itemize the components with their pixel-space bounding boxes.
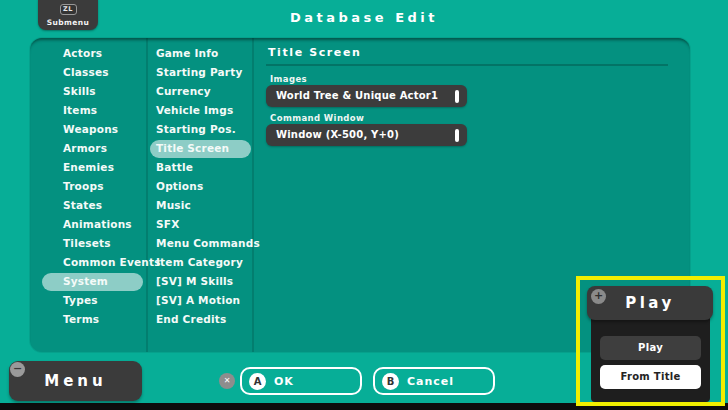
bottom-letterbox — [0, 403, 728, 410]
section-item-menu-commands[interactable]: Menu Commands — [148, 234, 252, 253]
section-item-label: Title Screen — [148, 139, 252, 158]
section-item-label: Game Info — [148, 44, 252, 63]
category-item-label: Weapons — [30, 120, 146, 139]
section-item-label: Starting Pos. — [148, 120, 252, 139]
category-item-system[interactable]: System — [30, 272, 146, 291]
category-item-label: System — [30, 272, 146, 291]
category-item-types[interactable]: Types — [30, 291, 146, 310]
detail-divider — [266, 64, 668, 66]
section-item-starting-pos[interactable]: Starting Pos. — [148, 120, 252, 139]
popup-item-play[interactable]: Play — [600, 336, 701, 360]
category-item-label: Classes — [30, 63, 146, 82]
menu-button[interactable]: Menu — [9, 361, 142, 401]
command-window-field[interactable]: Window (X-500, Y+0) — [266, 124, 467, 146]
ok-button-label: OK — [274, 375, 294, 388]
category-item-label: Animations — [30, 215, 146, 234]
category-item-label: Actors — [30, 44, 146, 63]
category-item-label: Troops — [30, 177, 146, 196]
scrollbar-thumb-icon — [455, 129, 459, 142]
category-item-label: Types — [30, 291, 146, 310]
category-item-troops[interactable]: Troops — [30, 177, 146, 196]
category-item-common-events[interactable]: Common Events — [30, 253, 146, 272]
submenu-button[interactable]: ZL Submenu — [38, 0, 98, 30]
category-item-actors[interactable]: Actors — [30, 44, 146, 63]
section-item-vehicle-imgs[interactable]: Vehicle Imgs — [148, 101, 252, 120]
category-item-label: Skills — [30, 82, 146, 101]
images-field[interactable]: World Tree & Unique Actor1 — [266, 85, 467, 107]
popup-item-from-title[interactable]: From Title — [600, 365, 701, 389]
detail-title: Title Screen — [268, 46, 361, 59]
category-item-label: Items — [30, 101, 146, 120]
category-item-terms[interactable]: Terms — [30, 310, 146, 329]
zl-shoulder-icon: ZL — [60, 4, 77, 15]
cancel-button-label: Cancel — [407, 375, 454, 388]
section-item-starting-party[interactable]: Starting Party — [148, 63, 252, 82]
category-item-skills[interactable]: Skills — [30, 82, 146, 101]
section-item-label: Currency — [148, 82, 252, 101]
section-item-sv-a-motion[interactable]: [SV] A Motion — [148, 291, 252, 310]
category-item-label: States — [30, 196, 146, 215]
section-item-battle[interactable]: Battle — [148, 158, 252, 177]
section-item-label: Vehicle Imgs — [148, 101, 252, 120]
category-item-enemies[interactable]: Enemies — [30, 158, 146, 177]
section-item-end-credits[interactable]: End Credits — [148, 310, 252, 329]
category-item-label: Terms — [30, 310, 146, 329]
submenu-label: Submenu — [38, 18, 98, 27]
section-item-label: SFX — [148, 215, 252, 234]
category-item-states[interactable]: States — [30, 196, 146, 215]
minus-icon: − — [10, 362, 25, 377]
section-item-label: End Credits — [148, 310, 252, 329]
section-item-currency[interactable]: Currency — [148, 82, 252, 101]
play-popup-panel: Play From Title — [591, 318, 710, 402]
command-window-field-value: Window (X-500, Y+0) — [266, 124, 467, 146]
system-section-list: Game InfoStarting PartyCurrencyVehicle I… — [148, 44, 252, 329]
section-item-game-info[interactable]: Game Info — [148, 44, 252, 63]
category-item-weapons[interactable]: Weapons — [30, 120, 146, 139]
play-popup-header[interactable]: Play — [587, 286, 713, 320]
category-item-armors[interactable]: Armors — [30, 139, 146, 158]
scrollbar-thumb-icon — [455, 90, 459, 103]
section-item-label: Battle — [148, 158, 252, 177]
category-item-label: Armors — [30, 139, 146, 158]
ok-button[interactable]: A OK — [240, 367, 362, 395]
page-title: Database Edit — [0, 10, 728, 25]
b-key-icon: B — [382, 373, 399, 390]
section-item-title-screen[interactable]: Title Screen — [148, 139, 252, 158]
column-divider-right — [252, 38, 254, 352]
category-item-label: Tilesets — [30, 234, 146, 253]
section-item-options[interactable]: Options — [148, 177, 252, 196]
section-item-label: [SV] M Skills — [148, 272, 252, 291]
section-item-music[interactable]: Music — [148, 196, 252, 215]
category-item-label: Enemies — [30, 158, 146, 177]
category-item-label: Common Events — [30, 253, 146, 272]
images-field-value: World Tree & Unique Actor1 — [266, 85, 467, 107]
section-item-item-category[interactable]: Item Category — [148, 253, 252, 272]
category-item-items[interactable]: Items — [30, 101, 146, 120]
section-item-label: Starting Party — [148, 63, 252, 82]
plus-icon: + — [591, 289, 606, 304]
section-item-sv-m-skills[interactable]: [SV] M Skills — [148, 272, 252, 291]
close-icon: ✕ — [219, 373, 235, 389]
category-item-animations[interactable]: Animations — [30, 215, 146, 234]
cancel-button[interactable]: B Cancel — [373, 367, 495, 395]
section-item-label: Options — [148, 177, 252, 196]
section-item-sfx[interactable]: SFX — [148, 215, 252, 234]
category-item-classes[interactable]: Classes — [30, 63, 146, 82]
command-window-field-label: Command Window — [270, 113, 364, 123]
section-item-label: [SV] A Motion — [148, 291, 252, 310]
a-key-icon: A — [249, 373, 266, 390]
category-list: ActorsClassesSkillsItemsWeaponsArmorsEne… — [30, 44, 146, 329]
category-item-tilesets[interactable]: Tilesets — [30, 234, 146, 253]
section-item-label: Menu Commands — [148, 234, 252, 253]
section-item-label: Music — [148, 196, 252, 215]
section-item-label: Item Category — [148, 253, 252, 272]
images-field-label: Images — [270, 74, 307, 84]
